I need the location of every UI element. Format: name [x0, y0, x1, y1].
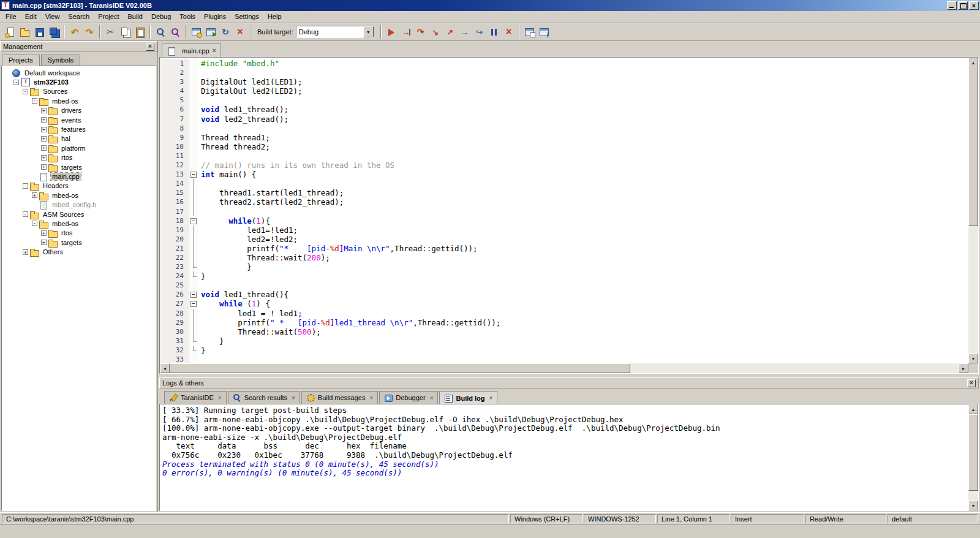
- minimize-button[interactable]: [947, 1, 957, 10]
- menu-plugins[interactable]: Plugins: [200, 12, 230, 21]
- toggle-icon[interactable]: +: [41, 240, 47, 245]
- abort-build-button[interactable]: [233, 25, 247, 39]
- tab-close-icon[interactable]: ×: [218, 395, 222, 401]
- scrollbar-thumb[interactable]: [170, 363, 630, 373]
- editor-vertical-scrollbar[interactable]: ▲ ▼: [968, 58, 978, 363]
- log-tab-debugger[interactable]: Debugger×: [379, 391, 438, 404]
- tree-item-hal[interactable]: +hal: [2, 134, 156, 143]
- scroll-up-icon[interactable]: ▲: [968, 58, 978, 67]
- maximize-button[interactable]: [958, 1, 968, 10]
- save-button[interactable]: [32, 25, 47, 39]
- toggle-icon[interactable]: -: [23, 89, 28, 94]
- log-tab-search-results[interactable]: Search results×: [228, 391, 300, 404]
- tab-projects[interactable]: Projects: [2, 55, 40, 66]
- fold-icon[interactable]: [189, 290, 198, 299]
- scroll-left-icon[interactable]: ◄: [160, 363, 170, 373]
- stop-debugger-button[interactable]: [502, 25, 516, 39]
- tree-item-headers[interactable]: -Headers: [2, 181, 156, 191]
- tree-item-stm32f103[interactable]: -stm32F103: [2, 77, 156, 86]
- tree-item-asm-sources[interactable]: -ASM Sources: [2, 210, 156, 219]
- tab-close-icon[interactable]: ×: [489, 395, 493, 401]
- toggle-icon[interactable]: +: [41, 108, 47, 113]
- tab-symbols[interactable]: Symbols: [41, 55, 80, 66]
- chevron-down-icon[interactable]: ▼: [363, 26, 374, 37]
- menu-file[interactable]: File: [1, 12, 21, 21]
- tree-item-events[interactable]: +events: [2, 115, 156, 124]
- toggle-icon[interactable]: +: [41, 136, 47, 142]
- toggle-icon[interactable]: -: [23, 211, 28, 217]
- toggle-icon[interactable]: +: [41, 155, 47, 161]
- fold-icon[interactable]: [189, 216, 198, 225]
- toggle-icon[interactable]: +: [41, 145, 47, 151]
- logs-close-button[interactable]: ×: [967, 379, 976, 387]
- break-debugger-button[interactable]: [487, 25, 502, 39]
- tree-item-mbed-os[interactable]: +mbed-os: [2, 191, 156, 200]
- toggle-icon[interactable]: +: [41, 127, 47, 132]
- log-tab-build-log[interactable]: Build log×: [439, 391, 497, 404]
- menu-settings[interactable]: Settings: [230, 12, 263, 21]
- menu-search[interactable]: Search: [64, 12, 94, 21]
- tree-item-features[interactable]: +features: [2, 124, 156, 134]
- tree-item-targets[interactable]: +targets: [2, 238, 156, 247]
- build-and-run-button[interactable]: [203, 25, 218, 39]
- scroll-down-icon[interactable]: ▼: [968, 501, 978, 510]
- scrollbar-thumb[interactable]: [968, 67, 978, 226]
- debugging-windows-button[interactable]: [522, 25, 537, 39]
- build-target-select[interactable]: Debug ▼: [296, 26, 374, 38]
- open-button[interactable]: [17, 25, 32, 39]
- toggle-icon[interactable]: -: [32, 98, 37, 104]
- menu-debug[interactable]: Debug: [147, 12, 175, 21]
- run-to-cursor-button[interactable]: [399, 25, 413, 39]
- management-close-button[interactable]: ×: [146, 43, 154, 51]
- menu-help[interactable]: Help: [263, 12, 286, 21]
- tree-item-main-cpp[interactable]: main.cpp: [2, 172, 156, 181]
- toggle-icon[interactable]: -: [32, 221, 37, 226]
- tab-close-icon[interactable]: ×: [213, 47, 216, 54]
- menu-project[interactable]: Project: [94, 12, 123, 21]
- menu-edit[interactable]: Edit: [21, 12, 41, 21]
- next-instruction-button[interactable]: [458, 25, 472, 39]
- debug-continue-button[interactable]: [384, 25, 399, 39]
- step-out-button[interactable]: [443, 25, 458, 39]
- various-info-button[interactable]: [537, 25, 552, 39]
- tab-close-icon[interactable]: ×: [369, 395, 373, 401]
- menu-build[interactable]: Build: [123, 12, 146, 21]
- tree-item-targets[interactable]: +targets: [2, 162, 156, 172]
- toggle-icon[interactable]: +: [32, 192, 37, 198]
- code-editor[interactable]: 1#include "mbed.h"23DigitalOut led1(LED1…: [159, 57, 979, 374]
- tab-close-icon[interactable]: ×: [292, 395, 295, 401]
- tree-item-sources[interactable]: -Sources: [2, 87, 156, 96]
- scrollbar-thumb[interactable]: [968, 414, 978, 491]
- find-button[interactable]: [153, 25, 168, 39]
- new-file-button[interactable]: [2, 25, 17, 39]
- menu-tools[interactable]: Tools: [175, 12, 200, 21]
- replace-button[interactable]: [168, 25, 183, 39]
- toggle-icon[interactable]: -: [23, 183, 28, 189]
- next-line-button[interactable]: [413, 25, 428, 39]
- step-into-button[interactable]: [428, 25, 443, 39]
- menu-view[interactable]: View: [41, 12, 64, 21]
- step-into-instruction-button[interactable]: [472, 25, 487, 39]
- toggle-icon[interactable]: +: [41, 230, 47, 236]
- tree-item-drivers[interactable]: +drivers: [2, 106, 156, 115]
- toggle-icon[interactable]: -: [13, 80, 19, 85]
- build-button[interactable]: [189, 25, 203, 39]
- tree-item-mbed-os[interactable]: -mbed-os: [2, 96, 156, 105]
- paste-button[interactable]: [132, 25, 147, 39]
- close-button[interactable]: ×: [969, 1, 979, 10]
- toggle-icon[interactable]: +: [41, 117, 47, 123]
- save-all-button[interactable]: [47, 25, 61, 39]
- tree-item-platform[interactable]: +platform: [2, 143, 156, 153]
- tree-item-mbed-os[interactable]: -mbed-os: [2, 219, 156, 228]
- logs-vertical-scrollbar[interactable]: ▲ ▼: [968, 404, 978, 510]
- tab-close-icon[interactable]: ×: [430, 395, 434, 401]
- undo-button[interactable]: [67, 25, 82, 39]
- toggle-icon[interactable]: +: [41, 164, 47, 170]
- rebuild-button[interactable]: [218, 25, 233, 39]
- scroll-right-icon[interactable]: ►: [959, 363, 968, 373]
- fold-icon[interactable]: [189, 170, 198, 179]
- scroll-up-icon[interactable]: ▲: [968, 404, 978, 414]
- tree-item-mbed-config-h[interactable]: mbed_config.h: [2, 200, 156, 209]
- toggle-icon[interactable]: +: [23, 249, 28, 255]
- tree-item-others[interactable]: +Others: [2, 247, 156, 256]
